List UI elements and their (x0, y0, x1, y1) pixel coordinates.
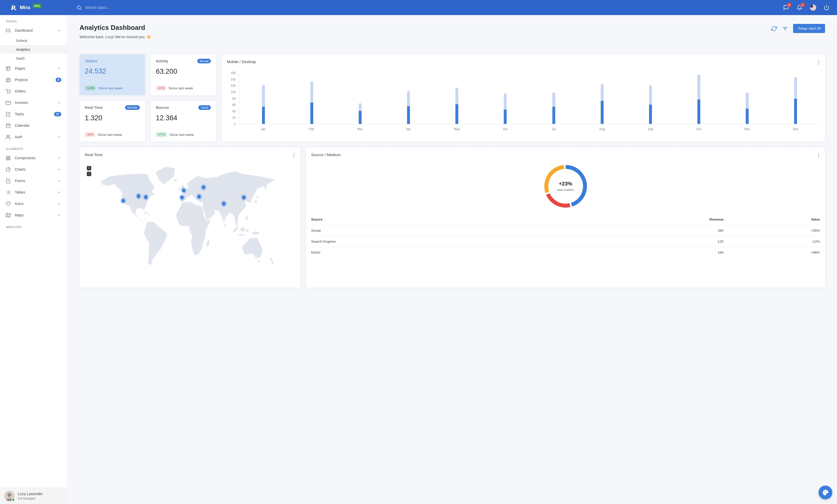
visitor-map-marker[interactable] (137, 194, 140, 198)
y-tick-label: 20 (232, 116, 236, 119)
sidebar-item-components[interactable]: Components (0, 152, 67, 164)
table-row-direct: Direct164+46% (311, 247, 418, 252)
sidebar-item-calendar[interactable]: Calendar (0, 120, 67, 131)
stat-title: Real-Time (85, 105, 103, 110)
sidebar-item-tables[interactable]: Tables (0, 187, 67, 198)
visitor-map-marker[interactable] (122, 199, 125, 203)
sidebar-item-label: Invoices (15, 100, 57, 105)
map-icon (6, 213, 11, 218)
chevron-down-icon (57, 135, 61, 139)
mobile-segment (359, 111, 361, 124)
sidebar-badge-tasks: 17 (54, 112, 61, 116)
sidebar-item-charts[interactable]: Charts (0, 164, 67, 175)
stat-value: 24.532 (85, 67, 140, 75)
sidebar-section-elements: ELEMENTS (0, 143, 67, 152)
chevron-down-icon (57, 66, 61, 71)
sidebar-section-pages: PAGES (0, 15, 67, 25)
stat-caption: Since last week (97, 133, 122, 137)
sidebar-item-invoices[interactable]: Invoices (0, 97, 67, 108)
chevron-down-icon (57, 213, 61, 218)
source-card-title: Source / Medium (311, 152, 340, 157)
y-tick-label: 60 (232, 103, 236, 107)
cell-source: Social (311, 225, 418, 236)
visitor-map-marker[interactable] (242, 195, 245, 200)
chevron-down-icon (57, 156, 61, 160)
sidebar-item-pages[interactable]: Pages (0, 62, 67, 74)
sidebar-item-label: Charts (15, 167, 57, 171)
stat-card-real-time: Real-TimeMonthly1.320-18%Since last week (79, 101, 145, 142)
sidebar-subitem-default[interactable]: Default (0, 36, 67, 45)
visitor-map-marker[interactable] (198, 195, 201, 199)
y-tick-label: 160 (231, 71, 236, 75)
mobile-segment (310, 102, 313, 124)
source-medium-card: Source / Medium +23% new visitors Source (306, 147, 418, 252)
x-tick-label: Jan (239, 127, 287, 131)
main-content: Analytics Dashboard Welcome back, Lucy! … (67, 15, 418, 252)
sidebar: PAGESDashboardDefaultAnalyticsSaaSPagesP… (0, 15, 67, 252)
sidebar-item-label: Auth (15, 135, 57, 139)
table-row-search-engines: Search Engines125-12% (311, 236, 418, 247)
cell-source: Search Engines (311, 236, 418, 247)
x-tick-label: Mar (336, 127, 384, 131)
bar-plot (239, 73, 418, 124)
sidebar-item-label: Projects (15, 78, 56, 82)
visitor-map-marker[interactable] (180, 195, 183, 200)
sidebar-item-label: Calendar (15, 124, 61, 128)
pro-badge: PRO (33, 4, 41, 8)
y-axis: 160140120100806040200 (227, 73, 236, 124)
sidebar-item-dashboard[interactable]: Dashboard (0, 25, 67, 36)
stat-value: 12.364 (156, 114, 211, 122)
map-card-title: Real-Time (85, 152, 103, 157)
zoom-in-button[interactable]: + (87, 166, 91, 170)
sidebar-item-orders[interactable]: Orders (0, 86, 67, 97)
sidebar-item-projects[interactable]: Projects8 (0, 74, 67, 86)
y-tick-label: 100 (231, 90, 236, 94)
y-tick-label: 0 (234, 123, 236, 126)
visitor-map-marker[interactable] (202, 186, 206, 189)
sidebar-item-label: Tables (15, 190, 57, 194)
stat-card-visitors: Visitors24.532+14%Since last week (79, 54, 145, 95)
sidebar-badge-projects: 8 (56, 78, 61, 82)
sidebar-subitem-analytics[interactable]: Analytics (0, 45, 67, 54)
sidebar-item-maps[interactable]: Maps (0, 209, 67, 221)
mobile-segment (407, 106, 410, 124)
stat-delta-badge: -18% (85, 132, 95, 137)
check-square-icon (6, 179, 11, 183)
map-zoom-controls: + − (87, 166, 91, 176)
stat-value: 1.320 (85, 114, 140, 122)
visitor-map-marker[interactable] (182, 189, 185, 192)
stat-card-activity: ActivityAnnual63.200-12%Since last week (151, 54, 216, 95)
realtime-map-card: Real-Time + − (79, 147, 300, 252)
calendar-icon (6, 123, 11, 128)
stats-grid: Visitors24.532+14%Since last weekActivit… (79, 54, 216, 142)
desktop-segment (407, 91, 410, 106)
desktop-segment (310, 81, 313, 102)
grid-icon (6, 156, 11, 161)
search-input[interactable] (85, 5, 147, 10)
stat-title: Visitors (85, 59, 97, 63)
sidebar-item-icons[interactable]: Icons (0, 198, 67, 209)
sidebar-item-tasks[interactable]: Tasks17 (0, 108, 67, 120)
sidebar-section-mira-pro: MIRA PRO (0, 221, 67, 230)
kebab-icon (293, 153, 295, 158)
bar-apr (385, 91, 418, 124)
y-tick-label: 120 (231, 84, 236, 88)
chevron-down-icon (57, 100, 61, 105)
chart-card-title: Mobile / Desktop (227, 59, 256, 64)
stat-value: 63.200 (156, 68, 211, 76)
sidebar-subitem-saas[interactable]: SaaS (0, 54, 67, 62)
world-map[interactable] (79, 162, 300, 252)
brand-logo[interactable]: Mira PRO (0, 4, 67, 11)
mira-logo-icon (10, 4, 17, 11)
sidebar-item-label: Components (15, 156, 57, 160)
zoom-out-button[interactable]: − (87, 172, 91, 176)
map-card-menu-button[interactable] (293, 152, 295, 158)
sidebar-item-forms[interactable]: Forms (0, 175, 67, 187)
bar-feb (287, 81, 336, 124)
visitor-map-marker[interactable] (222, 202, 226, 206)
table-row-social: Social260+35% (311, 225, 418, 236)
source-table: Source Revenue Value Social260+35%Search… (311, 216, 418, 252)
chevron-up-icon (57, 28, 61, 33)
sidebar-item-auth[interactable]: Auth (0, 131, 67, 143)
visitor-map-marker[interactable] (144, 195, 147, 199)
